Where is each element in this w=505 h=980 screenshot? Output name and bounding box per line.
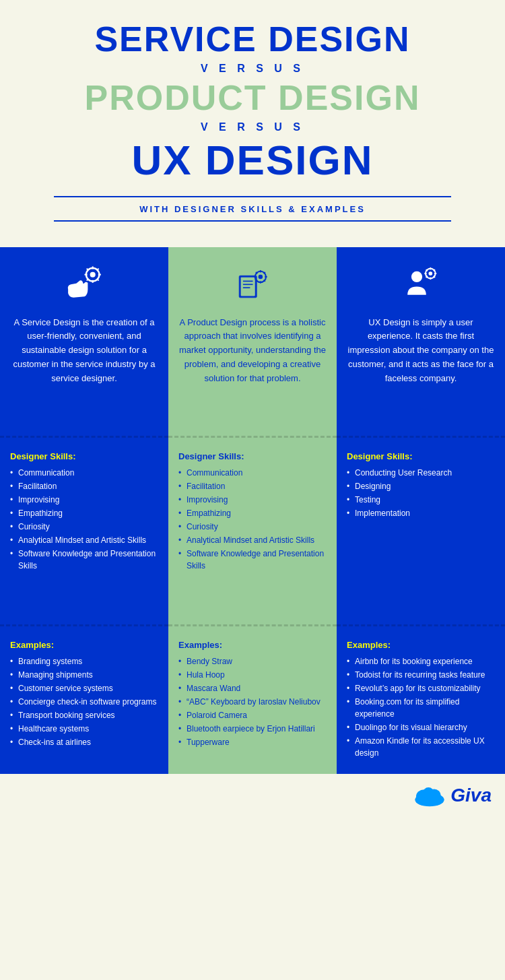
versus-2: V E R S U S [13, 121, 492, 133]
list-item: Testing [347, 494, 495, 506]
service-icon-area [10, 261, 158, 308]
list-item: Mascara Wand [178, 682, 327, 694]
svg-point-39 [423, 787, 434, 799]
subtitle-bar: WITH DESIGNER SKILLS & EXAMPLES [54, 196, 451, 222]
product-examples-list: Bendy StrawHula HoopMascara Wand“ABC” Ke… [178, 655, 327, 748]
product-icon [231, 262, 275, 306]
list-item: Bluetooth earpiece by Erjon Hatillari [178, 723, 327, 735]
product-examples-label: Examples: [178, 640, 327, 650]
list-item: Tupperware [178, 736, 327, 748]
list-item: Analytical Mindset and Artistic Skills [178, 534, 327, 546]
product-skills-label: Designer Skills: [178, 451, 327, 461]
list-item: Hula Hoop [178, 669, 327, 681]
ux-skills-block: Designer Skills: Conducting User Researc… [337, 436, 505, 624]
ux-intro-text: UX Design is simply a user experience. I… [347, 316, 495, 386]
column-service: A Service Design is the creation of a us… [0, 247, 168, 774]
list-item: Concierge check-in software programs [10, 696, 158, 708]
giva-text: Giva [450, 785, 492, 806]
svg-rect-11 [240, 277, 255, 296]
service-skills-block: Designer Skills: CommunicationFacilitati… [0, 436, 168, 624]
list-item: Polaroid Camera [178, 709, 327, 721]
list-item: Check-ins at airlines [10, 736, 158, 748]
list-item: Amazon Kindle for its accessible UX desi… [347, 735, 495, 759]
subtitle-text: WITH DESIGNER SKILLS & EXAMPLES [139, 204, 366, 214]
ux-examples-label: Examples: [347, 640, 495, 650]
columns-wrapper: A Service Design is the creation of a us… [0, 247, 505, 774]
list-item: Curiosity [10, 521, 158, 533]
list-item: Customer service systems [10, 682, 158, 694]
list-item: Branding systems [10, 655, 158, 667]
list-item: Revolut’s app for its customizability [347, 682, 495, 694]
service-skills-label: Designer Skills: [10, 451, 158, 461]
list-item: Improvising [178, 494, 327, 506]
list-item: Implementation [347, 507, 495, 519]
service-examples-block: Examples: Branding systemsManaging shipm… [0, 624, 168, 774]
ux-examples-list: Airbnb for its booking experienceTodoist… [347, 655, 495, 759]
title-product: PRODUCT DESIGN [13, 79, 492, 117]
product-intro-block: A Product Design process is a holistic a… [168, 247, 337, 436]
list-item: Healthcare systems [10, 723, 158, 735]
list-item: Bendy Straw [178, 655, 327, 667]
list-item: Duolingo for its visual hierarchy [347, 721, 495, 733]
list-item: Communication [178, 467, 327, 479]
service-skills-list: CommunicationFacilitationImprovisingEmpa… [10, 467, 158, 572]
list-item: Software Knowledge and Presentation Skil… [10, 548, 158, 572]
svg-point-16 [258, 275, 263, 280]
service-examples-list: Branding systemsManaging shipmentsCustom… [10, 655, 158, 748]
product-skills-block: Designer Skills: CommunicationFacilitati… [168, 436, 337, 624]
list-item: Empathizing [10, 507, 158, 519]
list-item: Communication [10, 467, 158, 479]
versus-1: V E R S U S [13, 63, 492, 75]
list-item: Empathizing [178, 507, 327, 519]
list-item: Todoist for its recurring tasks feature [347, 669, 495, 681]
list-item: Analytical Mindset and Artistic Skills [10, 534, 158, 546]
ux-skills-list: Conducting User ResearchDesigningTesting… [347, 467, 495, 519]
svg-point-1 [90, 272, 95, 277]
service-icon [63, 262, 106, 306]
svg-point-27 [428, 271, 432, 275]
column-product: A Product Design process is a holistic a… [168, 247, 337, 774]
list-item: Facilitation [178, 480, 327, 492]
header-section: SERVICE DESIGN V E R S U S PRODUCT DESIG… [0, 0, 505, 247]
list-item: Improvising [10, 494, 158, 506]
title-ux: UX DESIGN [13, 137, 492, 183]
product-icon-area [178, 261, 327, 308]
list-item: Managing shipments [10, 669, 158, 681]
ux-examples-block: Examples: Airbnb for its booking experie… [337, 624, 505, 774]
list-item: Conducting User Research [347, 467, 495, 479]
giva-logo: Giva [413, 784, 492, 808]
footer-section: Giva [0, 774, 505, 818]
list-item: Curiosity [178, 521, 327, 533]
ux-skills-label: Designer Skills: [347, 451, 495, 461]
svg-point-25 [411, 271, 422, 282]
ux-icon-area [347, 261, 495, 308]
product-intro-text: A Product Design process is a holistic a… [178, 316, 327, 386]
ux-intro-block: UX Design is simply a user experience. I… [337, 247, 505, 436]
ux-icon [399, 262, 443, 306]
giva-cloud-icon [413, 784, 446, 808]
list-item: Airbnb for its booking experience [347, 655, 495, 667]
product-examples-block: Examples: Bendy StrawHula HoopMascara Wa… [168, 624, 337, 774]
service-intro-block: A Service Design is the creation of a us… [0, 247, 168, 436]
service-intro-text: A Service Design is the creation of a us… [10, 316, 158, 386]
list-item: Designing [347, 480, 495, 492]
list-item: “ABC” Keyboard by Iaroslav Neliubov [178, 696, 327, 708]
list-item: Booking.com for its simplified experienc… [347, 696, 495, 720]
service-examples-label: Examples: [10, 640, 158, 650]
list-item: Facilitation [10, 480, 158, 492]
list-item: Software Knowledge and Presentation Skil… [178, 548, 327, 572]
column-ux: UX Design is simply a user experience. I… [337, 247, 505, 774]
list-item: Transport booking services [10, 709, 158, 721]
product-skills-list: CommunicationFacilitationImprovisingEmpa… [178, 467, 327, 572]
title-service: SERVICE DESIGN [13, 20, 492, 59]
